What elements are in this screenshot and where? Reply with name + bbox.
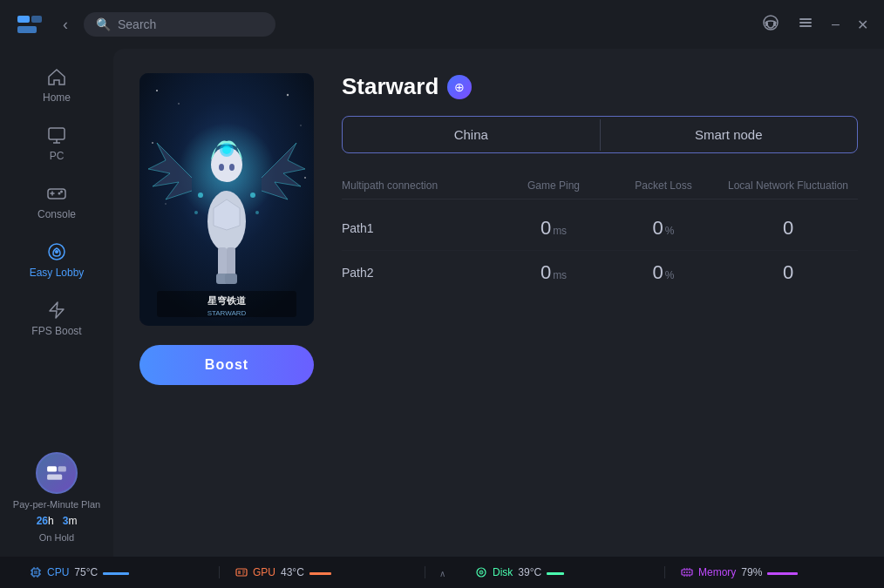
sidebar: Home PC Console Easy Lobby — [0, 49, 113, 557]
path1-loss: 0% — [609, 217, 718, 240]
disk-value: 39°C — [518, 566, 541, 578]
game-title: Starward — [342, 73, 439, 100]
sidebar-item-fps-boost[interactable]: FPS Boost — [13, 291, 100, 346]
game-cover-art: 星穹铁道 STARWARD — [139, 73, 314, 326]
account-hours: 26 — [37, 515, 48, 527]
svg-rect-63 — [683, 571, 685, 573]
path1-fluctuation: 0 — [718, 217, 858, 240]
sidebar-label-console: Console — [37, 208, 76, 220]
svg-point-32 — [222, 145, 231, 154]
main-content: Home PC Console Easy Lobby — [0, 49, 884, 557]
disk-status: Disk 39°C — [459, 566, 665, 578]
content-area: 星穹铁道 STARWARD Boost Starward ⊕ China — [113, 49, 884, 557]
svg-rect-0 — [17, 16, 30, 23]
gpu-label: GPU — [253, 566, 275, 578]
account-plan-label: Pay-per-Minute Plan — [13, 499, 100, 510]
sidebar-label-home: Home — [43, 91, 71, 104]
svg-point-40 — [255, 211, 259, 214]
search-input[interactable] — [118, 17, 263, 31]
game-cover: 星穹铁道 STARWARD Boost — [139, 73, 314, 385]
hours-label: h — [48, 515, 54, 527]
svg-rect-1 — [17, 26, 37, 33]
svg-point-37 — [198, 193, 203, 198]
sidebar-item-pc[interactable]: PC — [13, 116, 100, 171]
svg-point-12 — [60, 191, 63, 193]
svg-rect-9 — [49, 128, 65, 139]
header-fluctuation: Local Network Fluctuation — [718, 179, 858, 192]
cpu-icon — [30, 566, 42, 578]
statusbar: CPU 75°C GPU 43°C ∧ Disk 39°C — [0, 557, 884, 588]
memory-status: Memory 79% — [665, 566, 870, 578]
svg-rect-45 — [34, 571, 37, 574]
svg-point-38 — [250, 193, 255, 198]
path1-ping: 0ms — [499, 217, 609, 240]
path2-fluctuation: 0 — [718, 261, 858, 284]
region-option-node[interactable]: Smart node — [601, 117, 858, 152]
svg-point-14 — [55, 250, 58, 253]
gpu-icon — [235, 566, 248, 578]
svg-point-24 — [152, 142, 153, 144]
svg-rect-17 — [58, 466, 66, 471]
minimize-button[interactable]: – — [828, 13, 843, 36]
app-logo — [12, 7, 47, 42]
svg-rect-15 — [47, 466, 57, 471]
gpu-status: GPU 43°C — [220, 566, 425, 578]
sidebar-label-fps-boost: FPS Boost — [31, 325, 81, 337]
account-area: Pay-per-Minute Plan 26h 3m On Hold — [4, 438, 109, 557]
game-cover-image: 星穹铁道 STARWARD — [139, 73, 314, 326]
svg-point-25 — [304, 177, 306, 179]
titlebar: ‹ 🔍 – ✕ — [0, 0, 884, 49]
svg-rect-55 — [238, 571, 241, 574]
account-status: On Hold — [39, 532, 74, 543]
game-badge: ⊕ — [447, 75, 472, 99]
svg-rect-36 — [225, 274, 237, 284]
svg-point-39 — [194, 211, 198, 214]
back-button[interactable]: ‹ — [56, 12, 75, 37]
sidebar-item-easy-lobby[interactable]: Easy Lobby — [13, 233, 100, 287]
path1-name: Path1 — [342, 221, 499, 235]
svg-rect-2 — [31, 16, 42, 23]
memory-label: Memory — [698, 566, 736, 578]
svg-point-21 — [178, 103, 180, 105]
game-name-row: Starward ⊕ — [342, 73, 858, 100]
sidebar-label-easy-lobby: Easy Lobby — [30, 267, 85, 279]
headset-button[interactable] — [758, 10, 783, 38]
cpu-bar-graph — [103, 572, 129, 575]
region-option-china[interactable]: China — [343, 117, 600, 152]
easy-lobby-icon — [46, 241, 67, 262]
region-selector[interactable]: China Smart node — [342, 116, 858, 153]
sidebar-item-home[interactable]: Home — [13, 57, 100, 112]
account-time: 26h 3m — [37, 515, 78, 527]
path2-ping: 0ms — [499, 261, 609, 284]
chevron-up-icon[interactable]: ∧ — [432, 569, 452, 578]
stats-row-2: Path2 0ms 0% 0 — [342, 250, 858, 294]
titlebar-right: – ✕ — [758, 10, 872, 38]
menu-button[interactable] — [793, 10, 818, 38]
close-button[interactable]: ✕ — [853, 13, 872, 37]
chevron-up-area[interactable]: ∧ — [425, 564, 459, 580]
svg-point-29 — [219, 164, 224, 171]
search-bar[interactable]: 🔍 — [84, 12, 275, 37]
svg-rect-54 — [236, 569, 247, 576]
memory-icon — [681, 566, 693, 578]
svg-rect-8 — [799, 25, 812, 27]
boost-button[interactable]: Boost — [139, 345, 314, 385]
console-icon — [46, 183, 67, 204]
sidebar-item-console[interactable]: Console — [13, 174, 100, 229]
stats-row-1: Path1 0ms 0% 0 — [342, 206, 858, 250]
svg-point-61 — [480, 571, 481, 572]
svg-point-23 — [300, 125, 301, 125]
svg-point-20 — [156, 90, 158, 91]
svg-rect-33 — [218, 247, 227, 278]
svg-point-30 — [229, 164, 235, 171]
disk-bar-graph — [547, 572, 564, 575]
cpu-label: CPU — [47, 566, 69, 578]
disk-icon — [475, 566, 487, 578]
svg-text:星穹铁道: 星穹铁道 — [207, 295, 247, 306]
home-icon — [46, 66, 67, 87]
svg-rect-64 — [686, 571, 688, 573]
path2-name: Path2 — [342, 266, 499, 280]
cpu-status: CPU 75°C — [14, 566, 220, 578]
svg-rect-16 — [47, 475, 62, 480]
stats-header: Multipath connection Game Ping Packet Lo… — [342, 172, 858, 199]
